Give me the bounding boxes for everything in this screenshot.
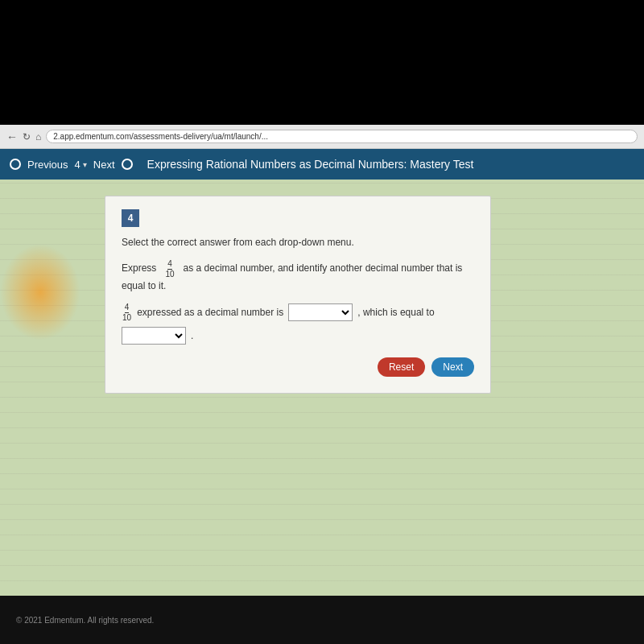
home-button[interactable]: ⌂ bbox=[35, 131, 41, 142]
previous-circle-icon bbox=[10, 159, 21, 170]
answer-frac-den: 10 bbox=[122, 313, 131, 322]
answer-prefix-text: expressed as a decimal number is bbox=[137, 307, 283, 318]
action-buttons: Reset Next bbox=[122, 357, 474, 377]
url-bar[interactable]: 2.app.edmentum.com/assessments-delivery/… bbox=[46, 130, 638, 143]
equal-decimal-dropdown[interactable]: 0.40 0.400 40/100 bbox=[122, 327, 186, 345]
next-button[interactable]: Next bbox=[431, 357, 474, 377]
answer-fraction: 4 10 bbox=[122, 303, 131, 322]
question-body-text: Express 4 10 as a decimal number, and id… bbox=[122, 259, 474, 293]
question-number-display: 4 ▾ bbox=[75, 159, 87, 171]
answer-frac-num: 4 bbox=[125, 303, 130, 313]
previous-button[interactable]: Previous bbox=[27, 159, 68, 171]
reset-button[interactable]: Reset bbox=[378, 357, 425, 377]
reload-button[interactable]: ↻ bbox=[23, 131, 31, 142]
chevron-down-icon[interactable]: ▾ bbox=[83, 160, 87, 169]
footer-bar: © 2021 Edmentum. All rights reserved. bbox=[0, 596, 644, 644]
question-number-value: 4 bbox=[75, 159, 80, 171]
next-nav-button[interactable]: Next bbox=[93, 159, 115, 171]
answer-suffix-text: , which is equal to bbox=[357, 307, 434, 318]
fraction-numerator: 4 bbox=[167, 259, 172, 270]
question-card: 4 Select the correct answer from each dr… bbox=[105, 196, 491, 394]
top-nav-bar: Previous 4 ▾ Next Expressing Rational Nu… bbox=[0, 149, 644, 180]
back-button[interactable]: ← bbox=[6, 130, 18, 143]
browser-chrome: ← ↻ ⌂ 2.app.edmentum.com/assessments-del… bbox=[0, 125, 644, 149]
copyright-text: © 2021 Edmentum. All rights reserved. bbox=[16, 616, 154, 625]
question-number-badge: 4 bbox=[122, 209, 139, 227]
main-content-area: 4 Select the correct answer from each dr… bbox=[0, 180, 644, 596]
period-text: . bbox=[191, 330, 193, 341]
top-black-area bbox=[0, 0, 644, 125]
instruction-text: Select the correct answer from each drop… bbox=[122, 237, 474, 248]
fraction-display: 4 10 bbox=[165, 259, 174, 279]
decimal-dropdown[interactable]: 0.4 0.04 4.0 bbox=[288, 303, 353, 321]
decorative-glow bbox=[0, 244, 80, 341]
question-text-part1: Express bbox=[122, 262, 156, 274]
answer-row: 4 10 expressed as a decimal number is 0.… bbox=[122, 303, 474, 345]
page-title: Expressing Rational Numbers as Decimal N… bbox=[147, 158, 474, 171]
fraction-denominator: 10 bbox=[165, 270, 174, 279]
next-circle-icon bbox=[122, 159, 133, 170]
